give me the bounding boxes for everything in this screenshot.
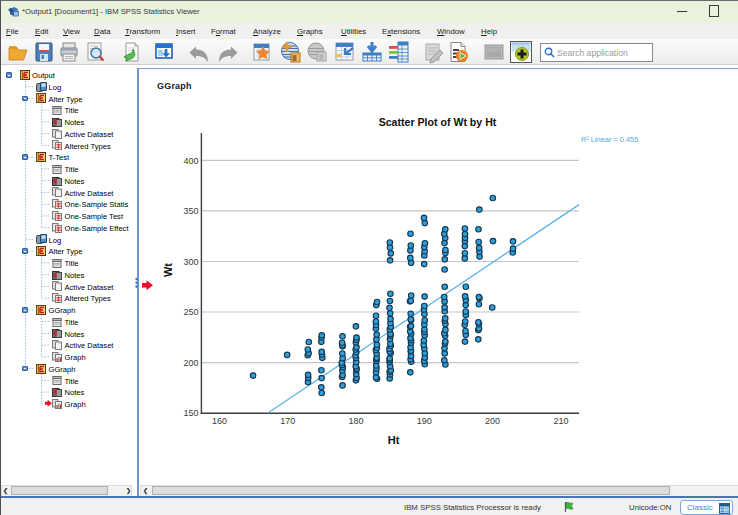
svg-text:Scatter Plot of Wt by Ht: Scatter Plot of Wt by Ht — [379, 116, 497, 128]
svg-text:350: 350 — [183, 206, 198, 216]
svg-text:400: 400 — [183, 156, 198, 166]
svg-text:160: 160 — [212, 416, 227, 426]
svg-text:170: 170 — [280, 416, 295, 426]
svg-text:Ht: Ht — [388, 434, 400, 446]
svg-text:150: 150 — [183, 408, 198, 418]
svg-text:200: 200 — [485, 416, 500, 426]
svg-text:190: 190 — [417, 416, 432, 426]
svg-text:300: 300 — [183, 257, 198, 267]
svg-text:Wt: Wt — [162, 263, 174, 277]
svg-text:200: 200 — [183, 358, 198, 368]
svg-text:180: 180 — [348, 416, 363, 426]
svg-text:250: 250 — [183, 307, 198, 317]
svg-text:R² Linear = 0.455: R² Linear = 0.455 — [581, 135, 638, 144]
svg-text:210: 210 — [553, 416, 568, 426]
